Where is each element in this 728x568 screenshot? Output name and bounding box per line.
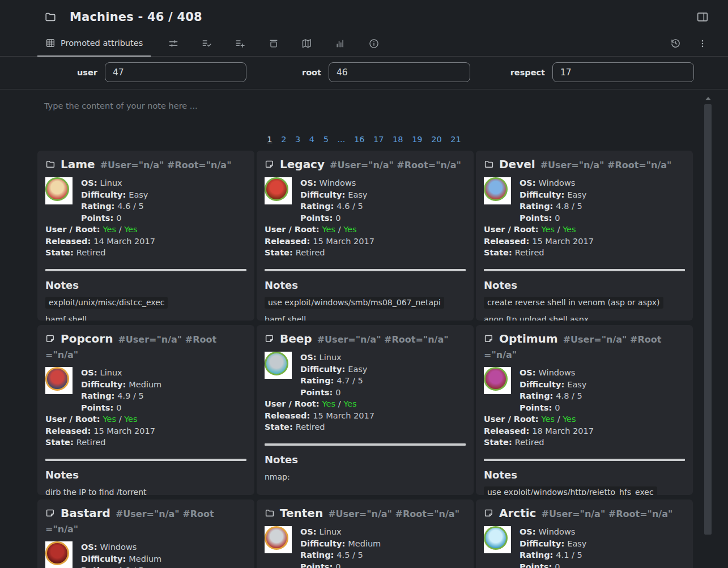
respect-input[interactable] — [552, 62, 694, 82]
points-line: Points:0 — [300, 561, 381, 568]
note-info-button[interactable] — [368, 38, 380, 49]
machine-card-bastard: Bastard#User="n/a" #Root="n/a" OS:Window… — [37, 499, 254, 568]
machine-card-arctic: Arctic#User="n/a" #Root="n/a" OS:Windows… — [476, 499, 693, 568]
page-16[interactable]: 16 — [354, 135, 364, 144]
note-paths-button[interactable] — [268, 38, 279, 49]
points-line: Points:0 — [520, 212, 586, 224]
card-header: Popcorn#User="n/a" #Root="n/a" — [45, 331, 246, 362]
machine-card-tenten: Tenten#User="n/a" #Root="n/a" OS:Linux D… — [257, 499, 474, 568]
sidebar-toggle-button[interactable] — [696, 11, 709, 23]
difficulty-line: Difficulty:Easy — [300, 364, 367, 375]
released-line: Released:15 March 2017 — [265, 236, 466, 247]
note-editor[interactable]: Type the content of your note here ... — [0, 89, 728, 129]
machine-card-optimum: Optimum#User="n/a" #Root="n/a" OS:Window… — [476, 325, 693, 495]
machine-card-legacy: Legacy#User="n/a" #Root="n/a" OS:Windows… — [257, 151, 474, 321]
similar-notes-button[interactable] — [335, 38, 346, 49]
card-header: Bastard#User="n/a" #Root="n/a" — [45, 506, 246, 536]
scrollbar-thumb[interactable] — [704, 104, 712, 535]
machine-avatar — [484, 177, 511, 204]
note-icon — [265, 159, 275, 169]
rating-line: Rating:4.6 / 5 — [81, 200, 148, 212]
bar-chart-icon — [335, 38, 346, 49]
points-line: Points:0 — [81, 212, 148, 224]
root-input[interactable] — [329, 62, 470, 82]
divider — [484, 459, 685, 461]
page-17[interactable]: 17 — [373, 135, 384, 144]
note-line: exploit/unix/misc/distcc_exec — [45, 297, 246, 308]
machine-card-devel: Devel#User="n/a" #Root="n/a" OS:Windows … — [476, 151, 693, 321]
kebab-menu-icon — [697, 39, 708, 49]
note-map-button[interactable] — [301, 38, 313, 49]
editor-placeholder: Type the content of your note here ... — [44, 101, 198, 110]
difficulty-line: Difficulty:Medium — [81, 553, 161, 565]
page-4[interactable]: 4 — [309, 135, 314, 144]
points-line: Points:0 — [300, 212, 367, 224]
user-root-line: User / Root:Yes / Yes — [484, 413, 685, 425]
basic-properties-button[interactable] — [168, 38, 179, 49]
state-line: State:Retired — [45, 437, 246, 449]
machine-card-lame: Lame#User="n/a" #Root="n/a" OS:Linux Dif… — [37, 151, 254, 321]
tab-promoted-attributes[interactable]: Promoted attributes — [37, 31, 151, 57]
notes-heading: Notes — [484, 469, 685, 481]
os-line: OS:Windows — [520, 367, 586, 379]
divider — [265, 443, 466, 446]
page-20[interactable]: 20 — [431, 135, 441, 144]
page-1[interactable]: 1 — [267, 135, 272, 144]
machine-avatar — [484, 526, 511, 553]
note-icon — [265, 334, 275, 344]
machine-title: Devel — [499, 157, 535, 171]
state-line: State:Retired — [484, 437, 685, 449]
os-line: OS:Linux — [300, 352, 367, 364]
sliders-icon — [168, 38, 179, 49]
page-3[interactable]: 3 — [295, 135, 300, 144]
os-line: OS:Windows — [520, 526, 586, 538]
page-19[interactable]: 19 — [412, 135, 422, 144]
card-header: Legacy#User="n/a" #Root="n/a" — [265, 157, 466, 172]
promoted-attributes-row: user root respect — [0, 57, 728, 89]
rating-line: Rating:4.5 / 5 — [300, 549, 381, 561]
page-18[interactable]: 18 — [393, 135, 403, 144]
rating-line: Rating:4.8 / 5 — [520, 200, 586, 212]
rating-line: Rating:4.9 / 5 — [81, 390, 161, 402]
note-line: use exploit/windows/http/rejetto_hfs_exe… — [484, 486, 685, 496]
os-line: OS:Windows — [520, 177, 586, 189]
revisions-button[interactable] — [670, 37, 682, 49]
released-line: Released:15 March 2017 — [265, 410, 466, 422]
points-line: Points:0 — [81, 402, 161, 414]
page-title: Machines - 46 / 408 — [70, 10, 202, 24]
page-5[interactable]: 5 — [323, 135, 329, 144]
user-root-line: User / Root:Yes / Yes — [265, 398, 466, 410]
machine-title: Popcorn — [61, 332, 113, 345]
folder-icon — [44, 11, 57, 23]
notes-heading: Notes — [45, 279, 246, 291]
divider — [45, 459, 246, 461]
history-icon — [670, 37, 682, 49]
note-line: use exploit/windows/smb/ms08_067_netapi — [265, 297, 466, 308]
divider — [265, 269, 466, 271]
user-input[interactable] — [105, 62, 246, 82]
scroll-up-arrow-icon[interactable] — [705, 97, 711, 100]
points-line: Points:0 — [520, 561, 586, 568]
page-2[interactable]: 2 — [281, 135, 286, 144]
note-line: dirb the IP to find /torrent — [45, 486, 246, 496]
card-header: Devel#User="n/a" #Root="n/a" — [484, 157, 685, 172]
state-line: State:Retired — [45, 247, 246, 259]
machine-tags: #User="n/a" #Root="n/a" — [100, 160, 232, 170]
menu-button[interactable] — [697, 39, 708, 49]
inherited-attributes-button[interactable] — [235, 38, 246, 49]
card-header: Tenten#User="n/a" #Root="n/a" — [265, 506, 466, 521]
note-icon — [484, 334, 494, 344]
owned-attributes-button[interactable] — [201, 38, 212, 49]
tab-label: Promoted attributes — [61, 39, 143, 48]
scrollbar[interactable] — [704, 94, 712, 568]
note-line: create reverse shell in venom (asp or as… — [484, 297, 685, 308]
machine-card-beep: Beep#User="n/a" #Root="n/a" OS:Linux Dif… — [257, 325, 474, 495]
machine-tags: #User="n/a" #Root="n/a" — [541, 509, 672, 519]
page-21[interactable]: 21 — [450, 135, 461, 144]
points-line: Points:0 — [300, 387, 367, 399]
os-line: OS:Linux — [81, 367, 161, 379]
folder-icon — [484, 159, 494, 169]
difficulty-line: Difficulty:Easy — [81, 189, 148, 201]
machine-tags: #User="n/a" #Root="n/a" — [317, 334, 449, 345]
card-header: Optimum#User="n/a" #Root="n/a" — [484, 331, 685, 362]
